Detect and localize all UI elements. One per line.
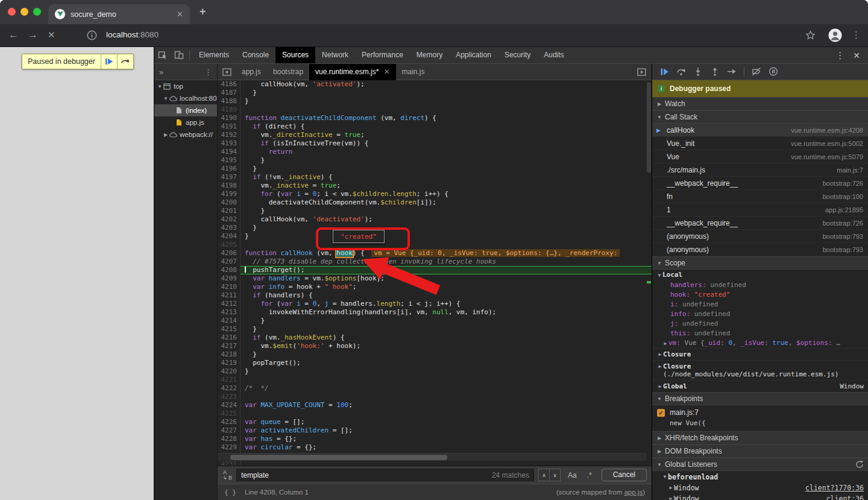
breakpoint-snippet[interactable]: new Vue({ xyxy=(657,419,864,427)
line-number[interactable]: 4190 xyxy=(218,114,241,122)
code-line-4198[interactable]: 4198 vm._inactive = true; xyxy=(218,182,652,190)
line-number[interactable]: 4220 xyxy=(218,367,241,376)
inspect-element-icon[interactable] xyxy=(154,48,171,62)
navigator-item-index[interactable]: (index) xyxy=(154,104,217,116)
call-stack-frame[interactable]: __webpack_require__bootstrap:726 xyxy=(652,217,868,230)
line-number[interactable]: 4229 xyxy=(218,443,241,452)
code-line-4212[interactable]: 4212 for (var i = 0, j = handlers.length… xyxy=(218,300,652,308)
listener-source-link[interactable]: client:36 xyxy=(826,493,864,500)
code-line-4220[interactable]: 4220} xyxy=(218,367,652,376)
code-line-4215[interactable]: 4215 } xyxy=(218,325,652,334)
devtools-tab-security[interactable]: Security xyxy=(498,47,537,63)
global-listeners-section-header[interactable]: ▼ Global Listeners xyxy=(652,458,868,471)
line-number[interactable]: 4206 xyxy=(218,249,241,258)
code-line-4223[interactable]: 4223 xyxy=(218,393,652,401)
listener-source-link[interactable]: client?1770:36 xyxy=(805,483,864,493)
line-number[interactable]: 4203 xyxy=(218,224,241,232)
devtools-menu-icon[interactable]: ⋮ xyxy=(835,50,844,61)
profile-avatar[interactable] xyxy=(828,28,842,45)
vertical-scroll-thumb[interactable] xyxy=(647,82,651,172)
devtools-tab-console[interactable]: Console xyxy=(236,47,275,63)
listener-handler[interactable]: ▶Windowclient:36 xyxy=(652,493,868,500)
scope-variable-info[interactable]: info: undefined xyxy=(652,309,868,319)
call-stack-frame[interactable]: __webpack_require__bootstrap:726 xyxy=(652,177,868,190)
call-stack-frame[interactable]: ▶callHookvue.runtime.esm.js:4208 xyxy=(652,124,868,137)
code-line-4195[interactable]: 4195 } xyxy=(218,156,652,165)
forward-icon[interactable]: → xyxy=(28,29,38,41)
resume-script-button[interactable] xyxy=(101,54,117,69)
line-number[interactable]: 4204 xyxy=(218,232,241,241)
breakpoints-section-header[interactable]: ▼ Breakpoints xyxy=(652,392,868,405)
step-into-icon[interactable] xyxy=(690,65,706,78)
tree-expander-icon[interactable]: ▼ xyxy=(157,84,163,89)
scope-closure-2[interactable]: ▶Closure(./node_modules/vue/dist/vue.run… xyxy=(652,360,868,380)
line-number[interactable]: 4201 xyxy=(218,207,241,215)
code-line-4201[interactable]: 4201 } xyxy=(218,207,652,215)
navigator-item-top[interactable]: ▼top xyxy=(154,80,217,92)
call-stack-frame[interactable]: fnbootstrap:100 xyxy=(652,190,868,203)
watch-section-header[interactable]: ▶ Watch xyxy=(652,97,868,110)
editor-vertical-scrollbar[interactable] xyxy=(646,80,652,453)
line-number[interactable]: 4211 xyxy=(218,291,241,300)
code-line-4190[interactable]: 4190function deactivateChildComponent (v… xyxy=(218,114,652,122)
line-number[interactable]: 4195 xyxy=(218,156,241,165)
line-number[interactable]: 4231 xyxy=(218,460,241,466)
scope-closure-1[interactable]: ▶Closure xyxy=(652,348,868,360)
line-number[interactable]: 4196 xyxy=(218,165,241,173)
devtools-close-icon[interactable]: ✕ xyxy=(853,51,860,60)
line-number[interactable]: 4218 xyxy=(218,350,241,359)
line-number[interactable]: 4223 xyxy=(218,393,241,401)
more-tabs-icon[interactable]: » xyxy=(159,68,163,77)
navigator-menu-icon[interactable]: ⋮ xyxy=(204,68,212,77)
line-number[interactable]: 4209 xyxy=(218,274,241,283)
line-number[interactable]: 4189 xyxy=(218,106,241,114)
search-previous-button[interactable]: ∧ xyxy=(538,469,550,481)
address-bar[interactable]: localhost:8080 xyxy=(106,30,159,39)
code-line-4216[interactable]: 4216 if (vm._hasHookEvent) { xyxy=(218,334,652,342)
line-number[interactable]: 4227 xyxy=(218,426,241,435)
devtools-tab-elements[interactable]: Elements xyxy=(192,47,236,63)
code-line-4187[interactable]: 4187 } xyxy=(218,89,652,97)
match-case-toggle[interactable]: Aa xyxy=(565,471,580,479)
code-line-4219[interactable]: 4219 popTarget(); xyxy=(218,359,652,367)
line-number[interactable]: 4205 xyxy=(218,241,241,249)
line-number[interactable]: 4187 xyxy=(218,89,241,97)
call-stack-frame[interactable]: 1app.js:21895 xyxy=(652,203,868,217)
code-line-4204[interactable]: 4204} xyxy=(218,232,652,241)
scope-variable-vm[interactable]: ▶vm: Vue {_uid: 0, _isVue: true, $option… xyxy=(652,338,868,348)
code-line-4228[interactable]: 4228var has = {}; xyxy=(218,435,652,443)
line-number[interactable]: 4186 xyxy=(218,80,241,89)
line-number[interactable]: 4194 xyxy=(218,148,241,156)
call-stack-frame[interactable]: (anonymous)bootstrap:793 xyxy=(652,243,868,256)
code-line-4196[interactable]: 4196 } xyxy=(218,165,652,173)
scope-variable-handlers[interactable]: handlers: undefined xyxy=(652,280,868,290)
line-number[interactable]: 4226 xyxy=(218,418,241,426)
step-icon[interactable] xyxy=(723,65,740,78)
line-number[interactable]: 4200 xyxy=(218,198,241,207)
pause-on-exceptions-icon[interactable] xyxy=(765,65,782,78)
close-window-button[interactable] xyxy=(8,8,16,16)
line-number[interactable]: 4216 xyxy=(218,334,241,342)
navigator-item-webpack[interactable]: ▶webpack:// xyxy=(154,128,217,141)
close-tab-icon[interactable]: ✕ xyxy=(177,10,183,19)
line-number[interactable]: 4208 xyxy=(218,266,241,274)
line-number[interactable]: 4224 xyxy=(218,401,241,410)
code-line-4224[interactable]: 4224var MAX_UPDATE_COUNT = 100; xyxy=(218,401,652,410)
line-number[interactable]: 4225 xyxy=(218,410,241,418)
scope-variable-i[interactable]: i: undefined xyxy=(652,300,868,309)
line-number[interactable]: 4217 xyxy=(218,342,241,350)
line-number[interactable]: 4202 xyxy=(218,215,241,224)
line-number[interactable]: 4213 xyxy=(218,308,241,317)
code-line-4231[interactable]: 4231 xyxy=(218,460,652,466)
line-number[interactable]: 4215 xyxy=(218,325,241,334)
scope-variable-this[interactable]: this: undefined xyxy=(652,329,868,338)
file-tab-vue.runtime.esm.js[interactable]: vue.runtime.esm.js*✕ xyxy=(309,64,395,80)
toggle-drawer-icon[interactable] xyxy=(637,66,652,78)
code-line-4214[interactable]: 4214 } xyxy=(218,317,652,325)
dom-breakpoints-section-header[interactable]: ▶ DOM Breakpoints xyxy=(652,445,868,458)
listener-handler[interactable]: ▶Windowclient?1770:36 xyxy=(652,483,868,493)
search-next-button[interactable]: ∨ xyxy=(549,469,561,481)
search-replace-icon[interactable]: A↳B xyxy=(222,470,232,480)
code-line-4193[interactable]: 4193 if (isInInactiveTree(vm)) { xyxy=(218,139,652,148)
browser-menu-icon[interactable]: ⋮ xyxy=(852,30,861,40)
